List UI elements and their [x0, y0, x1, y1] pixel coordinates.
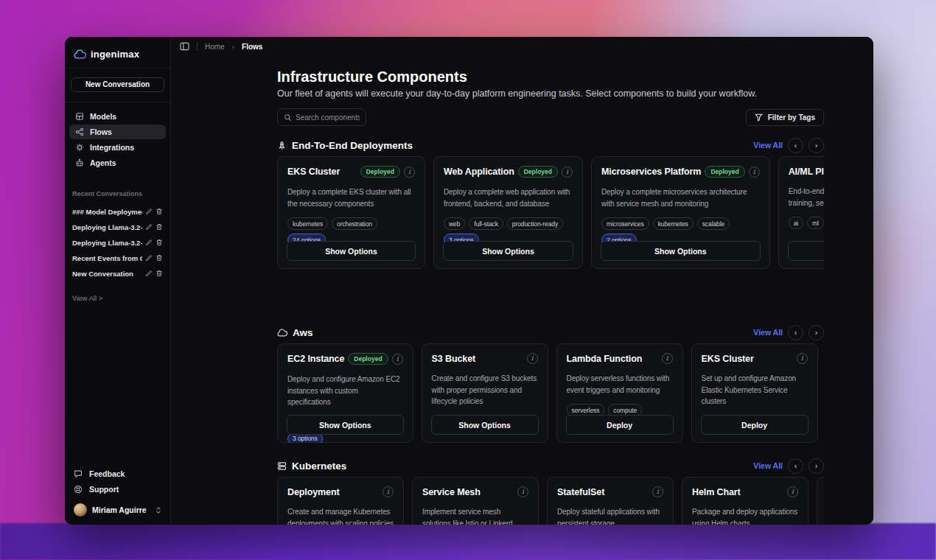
card-action-button[interactable]: Show Options: [443, 241, 573, 261]
tag-pill: orchestration: [332, 217, 377, 230]
carousel-prev-button[interactable]: ‹: [788, 325, 803, 340]
user-name: Miriam Aguirre: [92, 505, 147, 514]
tag-pill: ai: [789, 217, 803, 229]
card-title: EKS Cluster: [702, 354, 754, 364]
user-menu[interactable]: Miriam Aguirre: [74, 497, 161, 520]
desktop-wallpaper: ingenimax New Conversation Models Flows: [0, 0, 936, 560]
card-action-button[interactable]: Show Options: [287, 241, 416, 261]
sidebar-item-models[interactable]: Models: [69, 109, 166, 124]
edit-pencil-icon[interactable]: [145, 254, 153, 262]
delete-trash-icon[interactable]: [156, 239, 163, 246]
carousel-next-button[interactable]: ›: [808, 458, 824, 474]
tag-pill: production-ready: [507, 217, 563, 230]
component-card[interactable]: Web Application Deployed i Deploy a comp…: [433, 156, 583, 269]
card-action-button[interactable]: Deploy: [566, 415, 674, 435]
sidebar-nav: Models Flows Integrations: [65, 102, 170, 171]
topbar: Home › Flows: [171, 37, 873, 56]
support-button[interactable]: Support: [74, 481, 161, 497]
card-action-button[interactable]: Show Options: [431, 415, 539, 435]
component-card[interactable]: EC2 Instance Deployed i Deploy and confi…: [277, 343, 413, 443]
partial-card: [817, 477, 824, 525]
recent-conversation-item[interactable]: Deploying Llama-3.2-3B-Inst: [72, 235, 163, 251]
info-icon[interactable]: i: [517, 486, 528, 497]
brand-name: ingenimax: [91, 49, 139, 60]
component-card[interactable]: AI/ML Platform i End-to-end machine lear…: [778, 156, 824, 269]
chevron-up-down-icon: [156, 506, 161, 514]
card-description: End-to-end machine learning model traini…: [789, 186, 824, 209]
recent-view-all-link[interactable]: View All >: [72, 294, 163, 302]
info-icon[interactable]: i: [787, 486, 798, 497]
recent-conversation-item[interactable]: ### Model Deployment and F: [72, 204, 163, 220]
carousel-next-button[interactable]: ›: [808, 325, 824, 340]
sidebar-item-flows[interactable]: Flows: [69, 125, 166, 139]
sidebar-item-agents[interactable]: Agents: [69, 155, 166, 170]
info-icon[interactable]: i: [749, 167, 760, 178]
info-icon[interactable]: i: [392, 354, 403, 365]
delete-trash-icon[interactable]: [156, 208, 163, 215]
deployed-badge: Deployed: [518, 166, 558, 178]
info-icon[interactable]: i: [797, 353, 808, 364]
recent-conversation-item[interactable]: Deploying Llama-3.2-3B: Em.: [72, 220, 163, 235]
info-icon[interactable]: i: [652, 486, 663, 497]
filter-funnel-icon: [755, 113, 763, 122]
carousel-prev-button[interactable]: ‹: [788, 458, 803, 474]
sidebar-toggle-icon[interactable]: [180, 42, 189, 51]
flows-icon: [75, 127, 84, 136]
filter-by-tags-button[interactable]: Filter by Tags: [746, 109, 824, 126]
carousel-prev-button[interactable]: ‹: [788, 138, 803, 153]
brand-logo-cloud-icon: [74, 49, 86, 59]
feedback-bubble-icon: [74, 469, 83, 478]
edit-pencil-icon[interactable]: [145, 208, 153, 215]
component-card[interactable]: S3 Bucket i Create and configure S3 buck…: [422, 343, 548, 443]
card-title: StatefulSet: [557, 487, 604, 497]
info-icon[interactable]: i: [404, 167, 415, 178]
breadcrumb-home[interactable]: Home: [205, 43, 225, 51]
view-all-link[interactable]: View All: [753, 328, 783, 337]
info-icon[interactable]: i: [527, 353, 538, 364]
recent-conversation-item[interactable]: New Conversation: [72, 266, 163, 281]
tag-pill: scalable: [697, 217, 730, 230]
delete-trash-icon[interactable]: [156, 254, 163, 262]
view-all-link[interactable]: View All: [753, 141, 783, 150]
card-row-aws: EC2 Instance Deployed i Deploy and confi…: [277, 343, 824, 443]
search-input[interactable]: [296, 113, 360, 122]
info-icon[interactable]: i: [383, 486, 394, 497]
component-card[interactable]: EKS Cluster i Set up and configure Amazo…: [691, 343, 818, 443]
component-card[interactable]: Service Mesh i Implement service mesh so…: [412, 477, 539, 525]
recent-conversation-title: Recent Events from Cluster: a: [72, 254, 142, 262]
card-action-button[interactable]: Show Options: [287, 415, 404, 435]
card-description: Implement service mesh solutions like Is…: [422, 506, 528, 525]
edit-pencil-icon[interactable]: [145, 270, 153, 277]
card-action-button[interactable]: Show Options: [601, 241, 761, 261]
card-action-button[interactable]: Deploy: [701, 415, 808, 435]
new-conversation-button[interactable]: New Conversation: [71, 77, 164, 92]
component-card[interactable]: StatefulSet i Deploy stateful applicatio…: [547, 477, 674, 525]
sidebar-item-integrations[interactable]: Integrations: [69, 140, 166, 155]
tag-pill: kubernetes: [287, 217, 328, 230]
delete-trash-icon[interactable]: [156, 270, 163, 277]
info-icon[interactable]: i: [562, 167, 573, 178]
edit-pencil-icon[interactable]: [145, 223, 153, 231]
component-card[interactable]: EKS Cluster Deployed i Deploy a complete…: [277, 156, 425, 269]
section-header-end-to-end: End-To-End Deployments View All ‹ ›: [277, 139, 824, 152]
component-card[interactable]: Microservices Platform Deployed i Deploy…: [591, 156, 770, 269]
search-box[interactable]: [277, 108, 366, 126]
component-card[interactable]: Helm Chart i Package and deploy applicat…: [682, 477, 808, 525]
card-action-button[interactable]: Show Options: [788, 241, 824, 261]
delete-trash-icon[interactable]: [156, 223, 163, 231]
component-card[interactable]: Deployment i Create and manage Kubernete…: [277, 477, 404, 525]
view-all-link[interactable]: View All: [753, 461, 783, 470]
main-panel: Home › Flows Infrastructure Components O…: [171, 37, 873, 525]
edit-pencil-icon[interactable]: [145, 239, 153, 246]
card-title: Helm Chart: [692, 487, 741, 497]
content-area: Infrastructure Components Our fleet of a…: [171, 56, 873, 525]
recent-conversation-item[interactable]: Recent Events from Cluster: a: [72, 251, 163, 266]
component-card[interactable]: Lambda Function i Deploy serverless func…: [556, 343, 683, 443]
card-description: Deploy and configure Amazon EC2 instance…: [287, 374, 403, 408]
tag-pill: ml: [807, 217, 824, 229]
card-description: Create and configure S3 buckets with pro…: [432, 373, 538, 407]
card-description: Deploy a complete microservices architec…: [601, 186, 760, 209]
carousel-next-button[interactable]: ›: [808, 138, 824, 153]
info-icon[interactable]: i: [662, 353, 673, 364]
feedback-button[interactable]: Feedback: [74, 466, 161, 481]
